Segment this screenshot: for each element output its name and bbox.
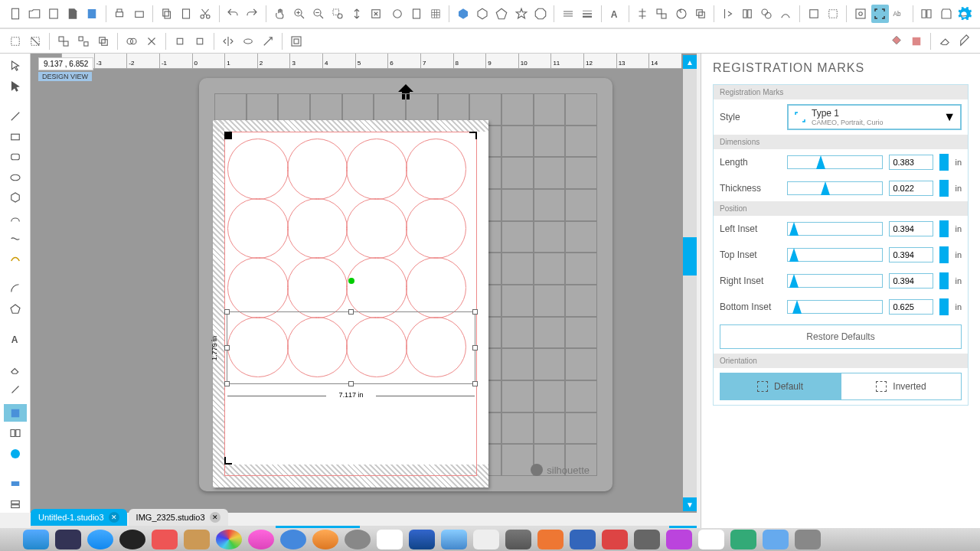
doc-tab[interactable]: Untitled-1.studio3 ✕	[31, 509, 127, 526]
polygon-tool-icon[interactable]	[4, 189, 27, 207]
dock-app-icon[interactable]	[119, 530, 145, 549]
top-inset-input[interactable]	[889, 247, 933, 262]
zoom-fit-icon[interactable]	[348, 5, 366, 23]
resize-handle[interactable]	[348, 381, 354, 386]
dock-app-icon[interactable]	[248, 530, 274, 549]
cut-settings-icon[interactable]	[805, 5, 822, 23]
star-icon[interactable]	[512, 5, 530, 23]
dock-app-icon[interactable]	[87, 530, 113, 549]
length-input[interactable]	[889, 155, 933, 170]
scroll-thumb[interactable]	[683, 237, 697, 276]
freehand-icon[interactable]	[4, 230, 27, 247]
restore-defaults-button[interactable]: Restore Defaults	[720, 324, 962, 349]
eraser-tool-icon[interactable]	[4, 360, 27, 378]
eraser-icon[interactable]	[936, 32, 954, 51]
align-icon[interactable]	[634, 5, 652, 23]
left-inset-input[interactable]	[889, 221, 933, 236]
dock-app-icon[interactable]	[730, 530, 756, 549]
scroll-down-icon[interactable]: ▼	[683, 497, 697, 511]
curve-tool-icon[interactable]	[4, 210, 27, 227]
bottom-inset-slider[interactable]	[787, 300, 883, 314]
dock-app-icon[interactable]	[377, 530, 403, 549]
print-icon[interactable]	[111, 5, 129, 23]
open-file-icon[interactable]	[25, 5, 43, 23]
dock-app-icon[interactable]	[184, 530, 210, 549]
front-icon[interactable]	[171, 32, 189, 51]
library-view-icon[interactable]	[4, 425, 27, 442]
hexagon-icon[interactable]	[474, 5, 492, 23]
weld-icon[interactable]	[122, 32, 141, 51]
knife-tool-icon[interactable]	[4, 381, 27, 399]
resize-handle[interactable]	[472, 309, 478, 315]
dock-app-icon[interactable]	[473, 530, 499, 549]
rotate-icon[interactable]	[672, 5, 690, 23]
stepper-up[interactable]	[939, 272, 949, 281]
dock-app-icon[interactable]	[55, 530, 81, 549]
resize-handle[interactable]	[472, 381, 478, 386]
zoom-in-icon[interactable]	[290, 5, 308, 23]
dock-app-icon[interactable]	[23, 530, 49, 549]
scale-icon[interactable]	[653, 5, 671, 23]
pan-icon[interactable]	[271, 5, 289, 23]
dock-app-icon[interactable]	[409, 530, 435, 549]
style-dropdown[interactable]: Type 1 CAMEO, Portrait, Curio ▼	[787, 104, 962, 130]
dock-app-icon[interactable]	[345, 530, 371, 549]
save-icon[interactable]	[44, 5, 62, 23]
stepper-down[interactable]	[939, 307, 949, 315]
grid-icon[interactable]	[426, 5, 444, 23]
edit-points-icon[interactable]	[4, 78, 27, 96]
dock-app-icon[interactable]	[505, 530, 531, 549]
doc-tab[interactable]: IMG_2325.studio3 ✕	[129, 509, 228, 526]
orientation-default-button[interactable]: Default	[720, 373, 841, 400]
shape-tool-icon[interactable]	[388, 5, 406, 23]
text-tool-icon[interactable]: A	[4, 331, 27, 348]
resize-handle[interactable]	[224, 381, 230, 386]
thickness-input[interactable]	[889, 181, 933, 196]
dock-app-icon[interactable]	[570, 530, 596, 549]
bottom-inset-input[interactable]	[889, 299, 933, 315]
zoom-out-icon[interactable]	[309, 5, 327, 23]
knife-icon[interactable]	[259, 32, 277, 51]
stepper-up[interactable]	[939, 298, 949, 307]
cut-icon[interactable]	[196, 5, 214, 23]
line-style-icon[interactable]	[559, 5, 577, 23]
select-tool-icon[interactable]	[4, 57, 27, 75]
print-border-icon[interactable]	[824, 5, 841, 23]
stepper-down[interactable]	[939, 255, 949, 263]
close-icon[interactable]: ✕	[210, 512, 220, 523]
resize-handle[interactable]	[348, 309, 354, 315]
back-icon[interactable]	[191, 32, 209, 51]
dock-app-icon[interactable]	[216, 530, 242, 549]
offset-icon[interactable]	[719, 5, 737, 23]
dock-app-icon[interactable]	[441, 530, 467, 549]
hexagon-fill-icon[interactable]	[454, 5, 472, 23]
stepper-down[interactable]	[939, 281, 949, 289]
orientation-inverted-button[interactable]: Inverted	[841, 373, 962, 400]
reg-marks-icon[interactable]	[871, 5, 889, 23]
dock-app-icon[interactable]	[763, 530, 789, 549]
length-slider[interactable]	[787, 155, 883, 169]
ellipse-tool-icon[interactable]	[4, 169, 27, 187]
store-icon[interactable]	[937, 5, 955, 23]
dock-app-icon[interactable]	[312, 530, 338, 549]
bucket-icon[interactable]	[887, 32, 906, 51]
nesting-icon[interactable]	[758, 5, 776, 23]
offset-inner-icon[interactable]	[287, 32, 305, 51]
dock-app-icon[interactable]	[795, 530, 821, 549]
blue-box-icon[interactable]	[4, 475, 27, 493]
brush-icon[interactable]	[956, 32, 974, 51]
scroll-up-icon[interactable]: ▲	[683, 55, 697, 69]
text-style-icon[interactable]: A	[606, 5, 624, 23]
pixscan-icon[interactable]	[851, 5, 869, 23]
pattern-icon[interactable]	[907, 32, 926, 51]
vertical-scrollbar[interactable]: ▲ ▼	[683, 69, 697, 497]
stepper-up[interactable]	[939, 246, 949, 255]
ungroup-icon[interactable]	[74, 32, 93, 51]
stepper-down[interactable]	[939, 162, 949, 171]
undo-icon[interactable]	[224, 5, 242, 23]
resize-handle[interactable]	[224, 309, 230, 315]
duplicate-icon[interactable]	[691, 5, 709, 23]
rounded-rect-icon[interactable]	[4, 148, 27, 166]
zoom-select-icon[interactable]	[328, 5, 346, 23]
new-file-icon[interactable]	[6, 5, 24, 23]
